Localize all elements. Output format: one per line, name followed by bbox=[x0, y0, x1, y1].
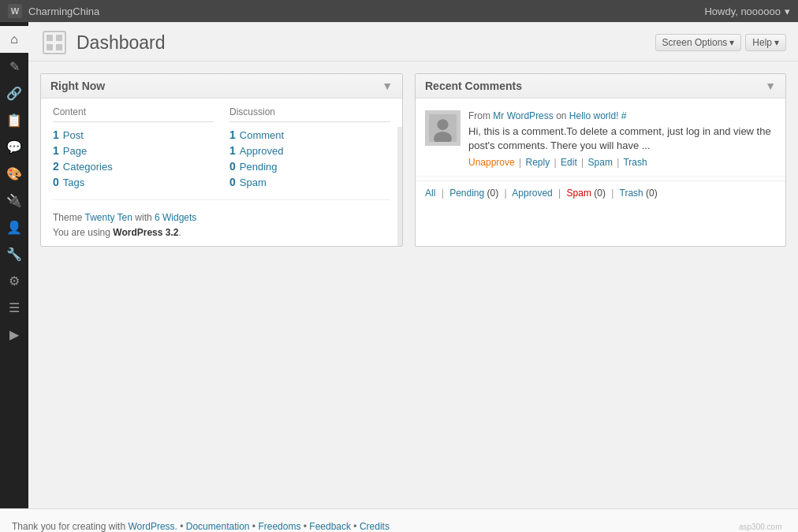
rc-trash-count: (0) bbox=[646, 188, 658, 199]
rc-footer: All | Pending (0) | Approved | Spam (0) … bbox=[416, 180, 785, 205]
rn-theme-link[interactable]: Twenty Ten bbox=[84, 212, 132, 223]
rn-pending-label[interactable]: Pending bbox=[240, 161, 278, 173]
page-title: Dashboard bbox=[76, 32, 166, 54]
rc-approved-link[interactable]: Approved bbox=[512, 188, 552, 199]
recent-comments-panel: Recent Comments ▼ bbox=[415, 73, 786, 247]
comment-meta: From Mr WordPress on Hello world! # bbox=[468, 110, 776, 121]
rn-widgets-link[interactable]: 6 Widgets bbox=[155, 212, 196, 223]
rn-categories-count[interactable]: 2 bbox=[53, 160, 59, 173]
rn-discussion-header: Discussion bbox=[229, 106, 390, 122]
footer-docs-link[interactable]: Documentation bbox=[186, 521, 250, 532]
footer-wp-link[interactable]: WordPress. bbox=[128, 521, 177, 532]
screen-options-button[interactable]: Screen Options ▾ bbox=[655, 34, 742, 51]
sidebar-item-settings[interactable]: ⚙ bbox=[0, 267, 28, 294]
rc-trash-link[interactable]: Trash bbox=[620, 188, 643, 199]
recent-comments-collapse[interactable]: ▼ bbox=[765, 80, 776, 92]
howdy-text: Howdy, noooooo bbox=[704, 6, 781, 17]
rn-categories-label[interactable]: Categories bbox=[63, 161, 113, 173]
rn-approved-label[interactable]: Approved bbox=[240, 145, 284, 157]
sidebar-item-links[interactable]: 🔗 bbox=[0, 80, 28, 106]
rn-pages-row: 1 Page bbox=[53, 144, 214, 157]
wp-logo: W bbox=[8, 4, 22, 18]
sep2: | bbox=[554, 157, 557, 168]
rn-page-label[interactable]: Page bbox=[63, 145, 87, 157]
svg-text:asp300.com: asp300.com bbox=[739, 523, 781, 531]
comment-item: From Mr WordPress on Hello world! # Hi, … bbox=[416, 102, 785, 177]
rn-content-header: Content bbox=[53, 106, 214, 122]
right-now-panel: Right Now ▼ Content 1 Post bbox=[40, 73, 403, 247]
action-edit[interactable]: Edit bbox=[561, 157, 577, 168]
sidebar-item-plugins[interactable]: 🔌 bbox=[0, 187, 28, 214]
rn-tags-row: 0 Tags bbox=[53, 176, 214, 188]
site-name[interactable]: CharmingChina bbox=[28, 6, 99, 17]
scrollbar[interactable] bbox=[397, 127, 402, 246]
rn-pending-count[interactable]: 0 bbox=[229, 160, 236, 173]
sep1: | bbox=[519, 157, 521, 168]
footer-freedoms-link[interactable]: Freedoms bbox=[258, 521, 300, 532]
action-unapprove[interactable]: Unapprove bbox=[468, 157, 515, 168]
comment-post-link[interactable]: Hello world! # bbox=[569, 110, 627, 121]
sidebar-item-tools[interactable]: 🔧 bbox=[0, 240, 28, 267]
rn-categories-row: 2 Categories bbox=[53, 160, 214, 173]
rn-approved-count[interactable]: 1 bbox=[229, 144, 236, 157]
rn-theme: Theme Twenty Ten with 6 Widgets bbox=[53, 208, 390, 227]
action-spam[interactable]: Spam bbox=[588, 157, 613, 168]
sidebar-item-home[interactable]: ⌂ bbox=[0, 26, 28, 53]
rc-content: From Mr WordPress on Hello world! # Hi, … bbox=[416, 99, 785, 180]
rn-content-col: Content 1 Post 1 Page 2 bbox=[53, 106, 214, 192]
sidebar-item-posts[interactable]: ✎ bbox=[0, 53, 28, 80]
rn-page-count[interactable]: 1 bbox=[53, 144, 59, 157]
rn-spam-label[interactable]: Spam bbox=[240, 177, 267, 188]
comment-actions: Unapprove | Reply | Edit | Spam | Trash bbox=[468, 157, 776, 168]
rc-pending-link[interactable]: Pending bbox=[449, 188, 484, 199]
recent-comments-header: Recent Comments ▼ bbox=[416, 74, 785, 99]
help-button[interactable]: Help ▾ bbox=[745, 34, 786, 51]
rn-wp-strong: WordPress 3.2 bbox=[113, 227, 178, 238]
sidebar-item-play[interactable]: ▶ bbox=[0, 321, 28, 348]
rn-tags-label[interactable]: Tags bbox=[63, 177, 84, 188]
footer: Thank you for creating with WordPress. •… bbox=[0, 508, 798, 532]
footer-text: Thank you for creating with WordPress. •… bbox=[12, 521, 390, 532]
rn-spam-count[interactable]: 0 bbox=[229, 176, 236, 188]
rc-all-link[interactable]: All bbox=[425, 188, 435, 199]
svg-rect-4 bbox=[56, 44, 62, 50]
rn-approved-row: 1 Approved bbox=[229, 144, 390, 157]
svg-rect-2 bbox=[56, 35, 62, 41]
sep4: | bbox=[617, 157, 619, 168]
rn-comments-row: 1 Comment bbox=[229, 128, 390, 141]
right-now-header: Right Now ▼ bbox=[41, 74, 402, 99]
sidebar-item-comments[interactable]: 💬 bbox=[0, 133, 28, 160]
rc-pending-count: (0) bbox=[487, 188, 499, 199]
action-trash[interactable]: Trash bbox=[623, 157, 647, 168]
comment-on: on bbox=[556, 110, 566, 121]
rn-comments-label[interactable]: Comment bbox=[240, 129, 284, 141]
main-content: Dashboard Screen Options ▾ Help ▾ Right … bbox=[28, 22, 798, 508]
comment-author-link[interactable]: Mr WordPress bbox=[493, 110, 553, 121]
rc-spam-count: (0) bbox=[594, 188, 606, 199]
sep3: | bbox=[581, 157, 584, 168]
comment-text: Hi, this is a comment.To delete a commen… bbox=[468, 125, 776, 153]
sidebar-item-appearance[interactable]: 🎨 bbox=[0, 160, 28, 187]
rn-wp-version: You are using WordPress 3.2. bbox=[53, 227, 390, 238]
rn-comments-count[interactable]: 1 bbox=[229, 128, 236, 141]
sidebar-item-extra[interactable]: ☰ bbox=[0, 294, 28, 321]
action-reply[interactable]: Reply bbox=[526, 157, 550, 168]
footer-feedback-link[interactable]: Feedback bbox=[309, 521, 351, 532]
admin-bar: W CharmingChina Howdy, noooooo ▾ bbox=[0, 0, 798, 22]
svg-point-6 bbox=[438, 119, 449, 130]
avatar bbox=[425, 110, 461, 146]
sidebar-item-users[interactable]: 👤 bbox=[0, 214, 28, 240]
rn-tags-count[interactable]: 0 bbox=[53, 176, 59, 188]
rc-spam-link[interactable]: Spam bbox=[567, 188, 591, 199]
sidebar-item-pages[interactable]: 📋 bbox=[0, 106, 28, 133]
rn-pending-row: 0 Pending bbox=[229, 160, 390, 173]
right-now-content: Content 1 Post 1 Page 2 bbox=[41, 99, 402, 246]
footer-credits-link[interactable]: Credits bbox=[360, 521, 390, 532]
rn-post-count[interactable]: 1 bbox=[53, 128, 59, 141]
user-menu-arrow[interactable]: ▾ bbox=[785, 6, 790, 17]
comment-from: From bbox=[468, 110, 490, 121]
right-now-collapse[interactable]: ▼ bbox=[382, 80, 393, 92]
dashboard-icon bbox=[40, 28, 69, 57]
rn-post-label[interactable]: Post bbox=[63, 129, 84, 141]
right-now-title: Right Now bbox=[50, 80, 105, 92]
